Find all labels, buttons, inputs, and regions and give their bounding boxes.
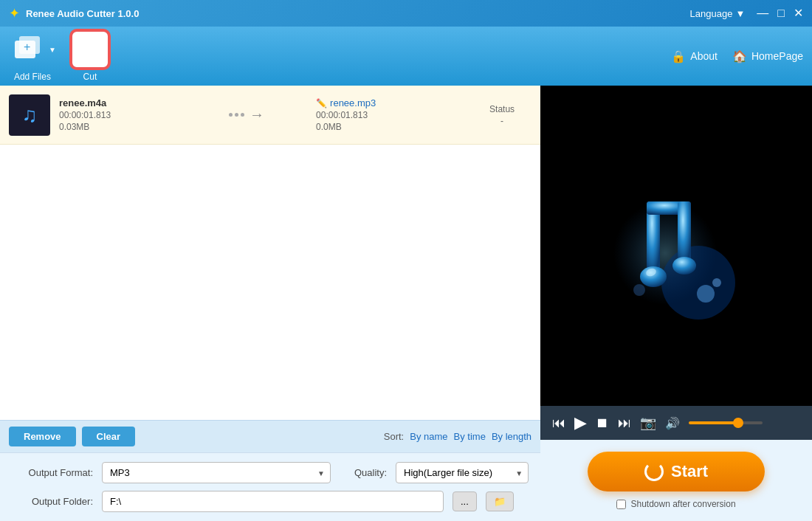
output-format-select[interactable]: MP3 AAC WAV FLAC [102,462,331,483]
status-header: Status [472,104,531,114]
add-files-icon: + [9,30,47,69]
source-duration: 00:00:01.813 [59,110,177,120]
start-label: Start [671,462,708,481]
file-list: ♫ renee.m4a 00:00:01.813 0.03MB → [0,86,540,420]
app-title: Renee Audio Cutter 1.0.0 [26,8,139,19]
title-bar-left: ✦ Renee Audio Cutter 1.0.0 [9,5,139,21]
language-button[interactable]: Language ▼ [690,8,746,19]
cut-label: Cut [83,72,97,82]
sort-by-time[interactable]: By time [454,431,486,442]
skip-back-button[interactable]: ⏮ [552,415,565,431]
music-visual [595,165,757,327]
output-duration: 00:00:01.813 [316,110,464,120]
source-filename: renee.m4a [59,97,177,108]
cut-icon [71,30,109,69]
svg-text:+: + [24,41,30,53]
browse-button[interactable]: ... [453,491,477,511]
source-size: 0.03MB [59,122,177,132]
sort-by-name[interactable]: By name [410,431,447,442]
toolbar-right: 🔒 About 🏠 HomePage [671,49,803,63]
cut-button[interactable]: Cut [68,30,112,82]
toolbar-left: + ▼ Add Files Cut [9,30,112,82]
shutdown-row: Shutdown after conversion [616,499,735,509]
add-files-dropdown-icon[interactable]: ▼ [49,46,56,54]
svg-point-17 [697,285,715,303]
about-label: About [690,50,718,62]
bottom-bar: Remove Clear Sort: By name By time By le… [0,420,540,452]
shutdown-checkbox[interactable] [616,500,626,509]
shutdown-label: Shutdown after conversion [630,499,735,509]
quality-select[interactable]: High(Larger file size) Medium Low(Smalle… [396,462,529,483]
sort-label: Sort: [384,431,404,442]
right-panel: ⏮ ▶ ⏹ ⏭ 📷 🔊 Start Shutdown after convers… [540,86,812,521]
home-icon: 🏠 [732,49,747,63]
status-column: Status - [472,104,531,126]
close-button[interactable]: ✕ [794,7,803,19]
minimize-button[interactable]: — [757,7,768,19]
svg-rect-13 [678,201,691,264]
remove-button[interactable]: Remove [9,427,76,446]
stop-button[interactable]: ⏹ [596,415,609,431]
volume-icon: 🔊 [665,416,680,430]
start-button[interactable]: Start [588,452,765,491]
window-controls: — □ ✕ [757,7,803,19]
output-format-label: Output Format: [12,467,93,478]
svg-point-19 [633,284,645,296]
toolbar: + ▼ Add Files Cut [0,27,812,86]
screenshot-button[interactable]: 📷 [640,415,656,431]
clear-button[interactable]: Clear [82,427,136,446]
output-file-info: ✏️ renee.mp3 00:00:01.813 0.0MB [316,97,464,132]
output-filename: ✏️ renee.mp3 [316,97,464,108]
open-folder-button[interactable]: 📁 [486,491,514,511]
lock-icon: 🔒 [671,49,686,63]
add-files-label: Add Files [14,72,51,82]
file-thumbnail: ♫ [9,94,50,136]
media-controls: ⏮ ▶ ⏹ ⏭ 📷 🔊 [540,406,812,440]
refresh-icon [644,462,664,481]
sort-area: Sort: By name By time By length [384,431,531,442]
table-row: ♫ renee.m4a 00:00:01.813 0.03MB → [0,86,540,145]
settings-bar: Output Format: MP3 AAC WAV FLAC Quality:… [0,452,540,521]
output-folder-label: Output Folder: [12,496,93,507]
svg-point-10 [661,246,735,320]
maximize-button[interactable]: □ [777,7,785,19]
folder-row: Output Folder: ... 📁 [12,491,529,512]
svg-point-18 [712,278,721,287]
sort-by-length[interactable]: By length [492,431,531,442]
app-icon: ✦ [9,5,20,21]
output-folder-input[interactable] [102,491,444,512]
status-badge: - [472,116,531,126]
title-bar: ✦ Renee Audio Cutter 1.0.0 Language ▼ — … [0,0,812,27]
quality-label: Quality: [354,467,387,478]
about-button[interactable]: 🔒 About [671,49,718,63]
homepage-label: HomePage [751,50,803,62]
left-panel: ♫ renee.m4a 00:00:01.813 0.03MB → [0,86,540,521]
add-files-button[interactable]: + ▼ Add Files [9,30,56,82]
media-preview [540,86,812,406]
main-container: ♫ renee.m4a 00:00:01.813 0.03MB → [0,86,812,521]
homepage-button[interactable]: 🏠 HomePage [732,49,803,63]
source-file-info: renee.m4a 00:00:01.813 0.03MB [59,97,177,132]
volume-slider[interactable] [689,421,763,424]
right-bottom: Start Shutdown after conversion [540,440,812,521]
play-button[interactable]: ▶ [574,413,587,432]
title-bar-controls: Language ▼ — □ ✕ [690,7,803,19]
edit-icon: ✏️ [316,98,327,108]
output-size: 0.0MB [316,122,464,132]
convert-arrow: → [186,106,307,123]
skip-forward-button[interactable]: ⏭ [618,415,631,431]
svg-point-15 [672,257,696,275]
format-row: Output Format: MP3 AAC WAV FLAC Quality:… [12,462,529,483]
